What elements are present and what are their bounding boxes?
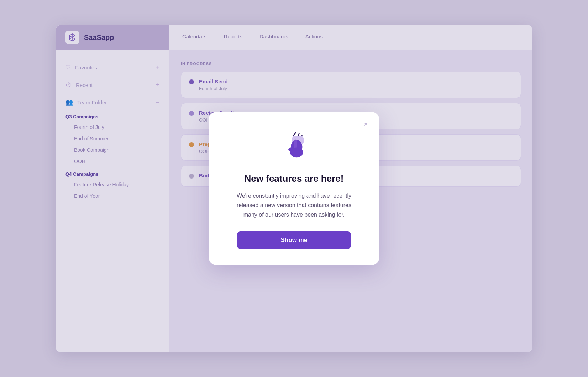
modal-close-button[interactable]: × [360, 119, 372, 130]
modal-overlay: × [56, 25, 532, 352]
modal-cta-button[interactable]: Show me [237, 231, 351, 249]
svg-rect-6 [294, 140, 297, 149]
modal-title: New features are here! [245, 173, 344, 184]
svg-line-0 [293, 133, 295, 136]
modal: × [209, 112, 379, 265]
modal-body-text: We're constantly improving and have rece… [230, 191, 358, 220]
modal-illustration [276, 128, 312, 163]
app-frame: SaaSapp Calendars Reports Dashboards Act… [56, 25, 532, 352]
svg-point-7 [290, 147, 303, 157]
